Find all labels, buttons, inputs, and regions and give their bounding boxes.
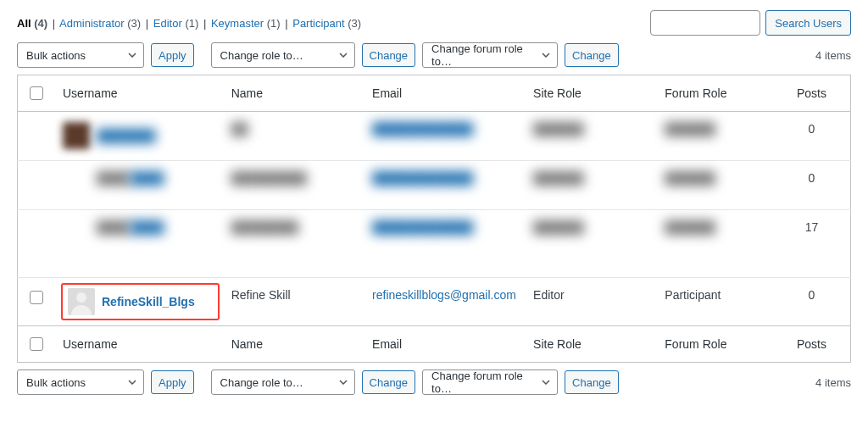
user-forum-role: Participant: [656, 278, 788, 326]
bulk-actions-select-bottom[interactable]: Bulk actions: [17, 370, 144, 395]
bulk-actions-select-top[interactable]: Bulk actions: [17, 42, 144, 68]
items-count-bottom: 4 items: [815, 376, 851, 389]
users-table: Username Name Email Site Role Forum Role…: [17, 75, 851, 363]
username-link: ███████: [97, 129, 155, 142]
change-forum-role-button-bottom[interactable]: Change: [565, 370, 619, 394]
table-row: ████ ████ █████████ ████████████ ██████ …: [18, 161, 851, 210]
tablenav-top: Bulk actions Apply Change role to… Chang…: [17, 42, 851, 68]
filter-participant[interactable]: Participant (3): [292, 17, 361, 30]
column-username[interactable]: Username: [54, 326, 223, 363]
change-role-select-bottom[interactable]: Change role to…: [211, 370, 355, 395]
filter-all[interactable]: All (4): [17, 17, 51, 30]
column-posts: Posts: [788, 326, 851, 363]
tablenav-bottom: Bulk actions Apply Change role to… Chang…: [17, 370, 851, 395]
chevron-down-icon: [128, 53, 136, 58]
column-site-role: Site Role: [525, 75, 656, 112]
column-email[interactable]: Email: [364, 326, 525, 363]
user-email[interactable]: refineskillblogs@gmail.com: [372, 288, 516, 302]
filter-administrator[interactable]: Administrator (3): [59, 17, 144, 30]
column-forum-role: Forum Role: [656, 75, 788, 112]
posts-count[interactable]: 17: [788, 210, 851, 278]
chevron-down-icon: [542, 53, 550, 58]
posts-count: 0: [788, 278, 851, 326]
row-checkbox[interactable]: [30, 291, 43, 304]
column-username[interactable]: Username: [54, 75, 223, 112]
change-forum-role-button-top[interactable]: Change: [565, 43, 619, 67]
change-forum-role-select-top[interactable]: Change forum role to…: [422, 42, 558, 68]
search-users-input[interactable]: [650, 10, 760, 36]
chevron-down-icon: [339, 380, 348, 385]
posts-count: 0: [788, 161, 851, 210]
avatar: [63, 122, 90, 149]
column-site-role: Site Role: [525, 326, 656, 363]
change-forum-role-select-bottom[interactable]: Change forum role to…: [422, 370, 558, 395]
table-row: RefineSkill_Blgs Refine Skill refineskil…: [18, 278, 851, 326]
table-row: ████ ████ ████████ ████████████ ██████ █…: [18, 210, 851, 278]
column-posts: Posts: [788, 75, 851, 112]
apply-button-top[interactable]: Apply: [151, 43, 194, 67]
chevron-down-icon: [542, 380, 550, 385]
change-role-button-top[interactable]: Change: [362, 43, 416, 67]
change-role-select-top[interactable]: Change role to…: [211, 42, 355, 68]
search-users-button[interactable]: Search Users: [765, 10, 851, 36]
user-name: Refine Skill: [223, 278, 364, 326]
username-link[interactable]: RefineSkill_Blgs: [102, 295, 195, 308]
filter-editor[interactable]: Editor (1): [153, 17, 202, 30]
items-count-top: 4 items: [815, 49, 851, 62]
column-name: Name: [223, 326, 364, 363]
filter-keymaster[interactable]: Keymaster (1): [211, 17, 283, 30]
select-all-checkbox-top[interactable]: [30, 86, 43, 100]
chevron-down-icon: [128, 380, 136, 385]
chevron-down-icon: [339, 53, 348, 58]
avatar: [68, 288, 95, 315]
role-filter-links: All (4) | Administrator (3) | Editor (1)…: [17, 17, 361, 30]
table-row: ███████ ██ ████████████ ██████ ██████ 0: [18, 112, 851, 161]
column-forum-role: Forum Role: [656, 326, 788, 363]
posts-count: 0: [788, 112, 851, 161]
change-role-button-bottom[interactable]: Change: [362, 370, 416, 394]
user-site-role: Editor: [525, 278, 656, 326]
column-email[interactable]: Email: [364, 75, 525, 112]
select-all-checkbox-bottom[interactable]: [30, 337, 43, 351]
apply-button-bottom[interactable]: Apply: [151, 370, 194, 394]
column-name: Name: [223, 75, 364, 112]
